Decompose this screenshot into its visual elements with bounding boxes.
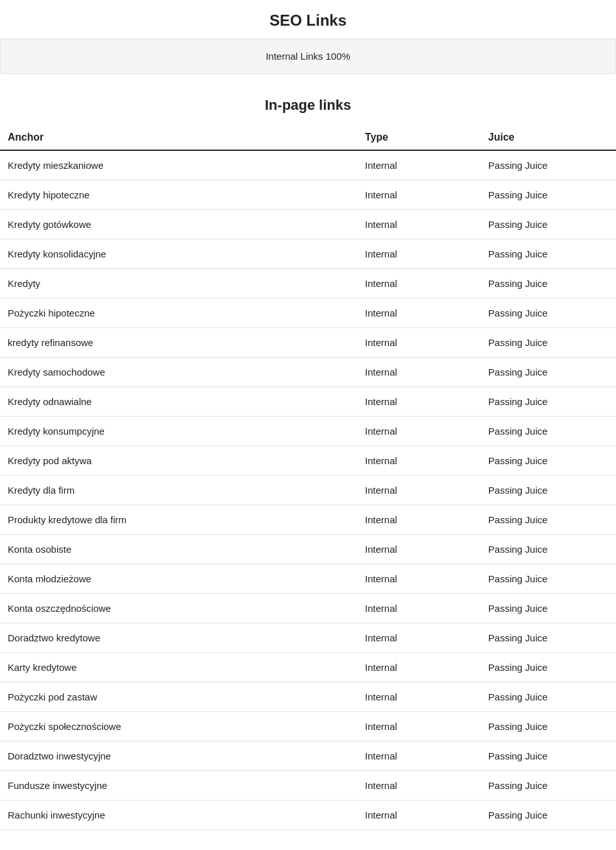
cell-type: Internal [357, 594, 481, 623]
cell-anchor: Kredyty hipoteczne [0, 180, 357, 210]
table-row: Kredyty pod aktywaInternalPassing Juice [0, 446, 616, 476]
table-row: Konta młodzieżoweInternalPassing Juice [0, 564, 616, 594]
cell-juice: Passing Juice [481, 682, 616, 712]
cell-type: Internal [357, 387, 481, 417]
cell-anchor: Kredyty konsolidacyjne [0, 239, 357, 269]
cell-anchor: Kredyty konsumpcyjne [0, 417, 357, 446]
cell-anchor: Kredyty dla firm [0, 476, 357, 505]
links-table: Anchor Type Juice Kredyty mieszkanioweIn… [0, 125, 616, 830]
cell-juice: Passing Juice [481, 594, 616, 623]
cell-juice: Passing Juice [481, 239, 616, 269]
cell-juice: Passing Juice [481, 801, 616, 830]
section-title: In-page links [0, 97, 616, 114]
table-row: Doradztwo kredytoweInternalPassing Juice [0, 623, 616, 653]
col-header-anchor: Anchor [0, 125, 357, 150]
summary-bar: Internal Links 100% [0, 39, 616, 74]
table-row: Produkty kredytowe dla firmInternalPassi… [0, 505, 616, 535]
cell-type: Internal [357, 771, 481, 801]
page-title: SEO Links [0, 0, 616, 39]
table-row: Doradztwo inwestycyjneInternalPassing Ju… [0, 742, 616, 771]
cell-anchor: Konta osobiste [0, 535, 357, 564]
table-row: Rachunki inwestycyjneInternalPassing Jui… [0, 801, 616, 830]
cell-juice: Passing Juice [481, 417, 616, 446]
cell-juice: Passing Juice [481, 210, 616, 239]
cell-anchor: Konta oszczędnościowe [0, 594, 357, 623]
cell-juice: Passing Juice [481, 564, 616, 594]
cell-juice: Passing Juice [481, 180, 616, 210]
table-row: Pożyczki hipoteczneInternalPassing Juice [0, 299, 616, 328]
cell-type: Internal [357, 239, 481, 269]
table-row: Pożyczki pod zastawInternalPassing Juice [0, 682, 616, 712]
cell-juice: Passing Juice [481, 623, 616, 653]
cell-type: Internal [357, 328, 481, 358]
cell-juice: Passing Juice [481, 358, 616, 387]
table-header-row: Anchor Type Juice [0, 125, 616, 150]
table-row: Kredyty dla firmInternalPassing Juice [0, 476, 616, 505]
cell-type: Internal [357, 150, 481, 180]
cell-type: Internal [357, 358, 481, 387]
cell-juice: Passing Juice [481, 269, 616, 299]
cell-anchor: Kredyty pod aktywa [0, 446, 357, 476]
cell-anchor: Konta młodzieżowe [0, 564, 357, 594]
cell-type: Internal [357, 446, 481, 476]
table-row: Kredyty odnawialneInternalPassing Juice [0, 387, 616, 417]
cell-juice: Passing Juice [481, 771, 616, 801]
cell-anchor: Pożyczki pod zastaw [0, 682, 357, 712]
cell-type: Internal [357, 801, 481, 830]
table-row: Konta oszczędnościoweInternalPassing Jui… [0, 594, 616, 623]
cell-juice: Passing Juice [481, 328, 616, 358]
table-row: Pożyczki społecznościoweInternalPassing … [0, 712, 616, 742]
col-header-juice: Juice [481, 125, 616, 150]
table-row: KredytyInternalPassing Juice [0, 269, 616, 299]
cell-juice: Passing Juice [481, 150, 616, 180]
cell-anchor: Kredyty [0, 269, 357, 299]
cell-juice: Passing Juice [481, 387, 616, 417]
cell-anchor: Kredyty mieszkaniowe [0, 150, 357, 180]
cell-type: Internal [357, 180, 481, 210]
cell-type: Internal [357, 299, 481, 328]
cell-juice: Passing Juice [481, 505, 616, 535]
cell-anchor: Produkty kredytowe dla firm [0, 505, 357, 535]
cell-anchor: kredyty refinansowe [0, 328, 357, 358]
table-row: Kredyty konsumpcyjneInternalPassing Juic… [0, 417, 616, 446]
table-row: Kredyty samochodoweInternalPassing Juice [0, 358, 616, 387]
table-row: Kredyty gotówkoweInternalPassing Juice [0, 210, 616, 239]
cell-juice: Passing Juice [481, 712, 616, 742]
summary-label: Internal Links 100% [266, 51, 350, 62]
cell-anchor: Doradztwo kredytowe [0, 623, 357, 653]
cell-juice: Passing Juice [481, 653, 616, 682]
cell-type: Internal [357, 269, 481, 299]
table-row: Kredyty mieszkanioweInternalPassing Juic… [0, 150, 616, 180]
table-row: Kredyty hipoteczneInternalPassing Juice [0, 180, 616, 210]
cell-type: Internal [357, 682, 481, 712]
table-row: Karty kredytoweInternalPassing Juice [0, 653, 616, 682]
cell-juice: Passing Juice [481, 476, 616, 505]
cell-anchor: Fundusze inwestycyjne [0, 771, 357, 801]
table-row: kredyty refinansoweInternalPassing Juice [0, 328, 616, 358]
cell-juice: Passing Juice [481, 742, 616, 771]
cell-anchor: Pożyczki społecznościowe [0, 712, 357, 742]
col-header-type: Type [357, 125, 481, 150]
cell-type: Internal [357, 623, 481, 653]
cell-juice: Passing Juice [481, 299, 616, 328]
cell-type: Internal [357, 653, 481, 682]
cell-type: Internal [357, 535, 481, 564]
cell-anchor: Kredyty samochodowe [0, 358, 357, 387]
cell-type: Internal [357, 742, 481, 771]
table-row: Kredyty konsolidacyjneInternalPassing Ju… [0, 239, 616, 269]
cell-type: Internal [357, 564, 481, 594]
cell-type: Internal [357, 505, 481, 535]
cell-anchor: Kredyty odnawialne [0, 387, 357, 417]
cell-anchor: Rachunki inwestycyjne [0, 801, 357, 830]
cell-anchor: Pożyczki hipoteczne [0, 299, 357, 328]
cell-anchor: Karty kredytowe [0, 653, 357, 682]
cell-type: Internal [357, 417, 481, 446]
table-row: Konta osobisteInternalPassing Juice [0, 535, 616, 564]
cell-type: Internal [357, 476, 481, 505]
cell-juice: Passing Juice [481, 535, 616, 564]
cell-anchor: Kredyty gotówkowe [0, 210, 357, 239]
table-row: Fundusze inwestycyjneInternalPassing Jui… [0, 771, 616, 801]
cell-type: Internal [357, 210, 481, 239]
cell-type: Internal [357, 712, 481, 742]
cell-juice: Passing Juice [481, 446, 616, 476]
